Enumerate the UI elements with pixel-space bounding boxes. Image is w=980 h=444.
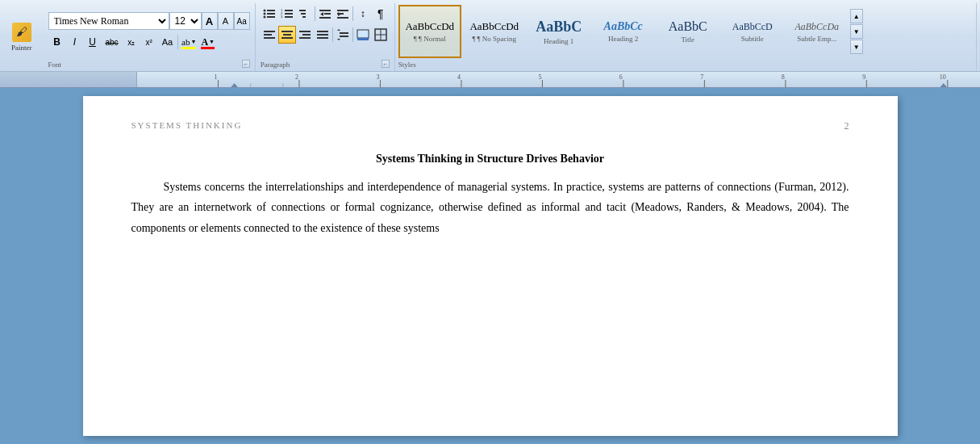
sort-button[interactable]: ↕ — [354, 5, 372, 23]
svg-rect-34 — [317, 37, 328, 39]
ribbon-toolbar: 🖌 Painter Times New Roman 12 — [0, 0, 980, 72]
svg-marker-16 — [320, 12, 323, 16]
svg-rect-9 — [285, 13, 293, 15]
page-header: SYSTEMS THINKING 2 — [131, 120, 849, 132]
para-expand-button[interactable]: ⌐ — [382, 60, 390, 68]
svg-text:3.: 3. — [281, 15, 283, 19]
document-page: SYSTEMS THINKING 2 Systems Thinking in S… — [83, 96, 898, 436]
align-right-button[interactable] — [296, 26, 314, 44]
styles-expand-button[interactable]: ▼ — [850, 40, 863, 54]
svg-rect-14 — [302, 16, 306, 18]
painter-section: 🖌 Painter — [3, 3, 40, 71]
document-paragraph-1[interactable]: Systems concerns the interrelationships … — [131, 177, 849, 238]
svg-rect-3 — [267, 13, 275, 15]
svg-rect-36 — [340, 36, 348, 37]
painter-label: Painter — [11, 44, 32, 52]
font-group: Times New Roman 12 A A Aa B I — [44, 3, 256, 71]
style-subtle-preview: AaBbCcDa — [789, 21, 845, 33]
subscript-button[interactable]: x₂ — [123, 33, 140, 51]
strikethrough-button[interactable]: abc — [102, 33, 123, 51]
bullets-button[interactable] — [261, 5, 278, 23]
highlight-color-button[interactable]: ab ▼ — [179, 33, 198, 51]
svg-rect-23 — [264, 31, 275, 32]
italic-button[interactable]: I — [66, 33, 84, 51]
svg-rect-18 — [319, 17, 331, 19]
borders-button[interactable] — [372, 26, 390, 44]
numbering-button[interactable]: 1.2.3. — [278, 5, 296, 23]
font-color-button[interactable]: A ▼ — [198, 33, 217, 51]
style-nospacing-label: ¶¶ No Spacing — [472, 35, 516, 43]
styles-scroll-up-button[interactable]: ▲ — [850, 9, 863, 23]
align-center-button[interactable] — [278, 26, 296, 44]
svg-marker-38 — [337, 39, 340, 40]
decrease-indent-button[interactable] — [316, 5, 334, 23]
font-size-select[interactable]: 12 — [169, 12, 202, 30]
svg-rect-40 — [357, 38, 369, 40]
document-body: Systems Thinking in Structure Drives Beh… — [131, 149, 849, 238]
styles-group-bottom: Styles — [398, 58, 973, 69]
svg-rect-1 — [267, 10, 275, 11]
svg-rect-17 — [324, 13, 331, 15]
svg-rect-30 — [302, 34, 311, 36]
style-h2-label: Heading 2 — [608, 35, 638, 43]
shading-button[interactable] — [354, 26, 372, 44]
style-h1-preview: AaBbC — [531, 19, 587, 36]
svg-text:1: 1 — [214, 73, 217, 81]
style-subtitle-preview: AaBbCcD — [724, 21, 781, 33]
style-nospacing-preview: AaBbCcDd — [466, 20, 523, 33]
svg-marker-37 — [337, 29, 340, 31]
styles-group: AaBbCcDd ¶¶ Normal AaBbCcDd ¶¶ No Spacin… — [395, 3, 977, 71]
justify-button[interactable] — [314, 26, 332, 44]
superscript-button[interactable]: x² — [140, 33, 158, 51]
font-group-bottom: Font ⌐ — [48, 58, 250, 69]
svg-rect-28 — [281, 37, 293, 39]
styles-group-label: Styles — [398, 60, 416, 69]
document-title[interactable]: Systems Thinking in Structure Drives Beh… — [131, 149, 849, 169]
styles-scroll-controls: ▲ ▼ ▼ — [850, 5, 863, 58]
align-left-button[interactable] — [261, 26, 278, 44]
svg-rect-5 — [267, 16, 275, 18]
svg-text:6: 6 — [619, 73, 623, 81]
para-row1: 1.2.3. ↕ ¶ — [261, 5, 390, 23]
font-effects-button[interactable]: Aa — [158, 33, 177, 51]
font-shrink-button[interactable]: A — [218, 12, 234, 30]
font-expand-button[interactable]: ⌐ — [242, 60, 250, 68]
svg-rect-33 — [317, 34, 328, 36]
svg-text:9: 9 — [862, 73, 865, 81]
style-h2-preview: AaBbCc — [595, 20, 652, 33]
svg-rect-22 — [337, 17, 348, 19]
underline-button[interactable]: U — [84, 33, 102, 51]
style-subtitle-label: Subtitle — [741, 35, 764, 43]
clear-formatting-button[interactable]: Aa — [234, 12, 250, 30]
style-heading2-item[interactable]: AaBbCc Heading 2 — [592, 5, 655, 58]
bold-button[interactable]: B — [48, 33, 66, 51]
document-area: SYSTEMS THINKING 2 Systems Thinking in S… — [0, 88, 980, 444]
show-marks-button[interactable]: ¶ — [372, 5, 390, 23]
style-heading1-item[interactable]: AaBbC Heading 1 — [528, 5, 590, 58]
svg-rect-24 — [264, 34, 272, 36]
increase-indent-button[interactable] — [334, 5, 352, 23]
svg-rect-27 — [283, 34, 291, 36]
style-subtitle-item[interactable]: AaBbCcD Subtitle — [721, 5, 784, 58]
svg-rect-31 — [299, 37, 311, 39]
styles-scroll-down-button[interactable]: ▼ — [850, 24, 863, 39]
svg-point-4 — [263, 16, 265, 19]
font-name-select[interactable]: Times New Roman — [48, 12, 169, 30]
style-subtle-em-item[interactable]: AaBbCcDa Subtle Emp... — [786, 5, 849, 58]
font-grow-button[interactable]: A — [202, 12, 218, 30]
svg-rect-32 — [317, 31, 328, 32]
style-title-item[interactable]: AaBbC Title — [657, 5, 719, 58]
svg-text:8: 8 — [782, 73, 785, 81]
svg-text:7: 7 — [700, 73, 703, 81]
para-group-bottom: Paragraph ⌐ — [261, 58, 390, 69]
style-normal-item[interactable]: AaBbCcDd ¶¶ Normal — [398, 5, 461, 58]
line-spacing-button[interactable] — [334, 26, 352, 44]
header-title: SYSTEMS THINKING — [131, 120, 243, 132]
style-no-spacing-item[interactable]: AaBbCcDd ¶¶ No Spacing — [463, 5, 526, 58]
style-h1-label: Heading 1 — [544, 37, 573, 45]
page-number: 2 — [844, 120, 849, 132]
font-group-label: Font — [48, 60, 62, 69]
format-painter-button[interactable]: 🖌 Painter — [8, 21, 35, 53]
font-row2: B I U abc x₂ x² Aa ab ▼ — [48, 33, 250, 51]
multilevel-list-button[interactable] — [296, 5, 314, 23]
